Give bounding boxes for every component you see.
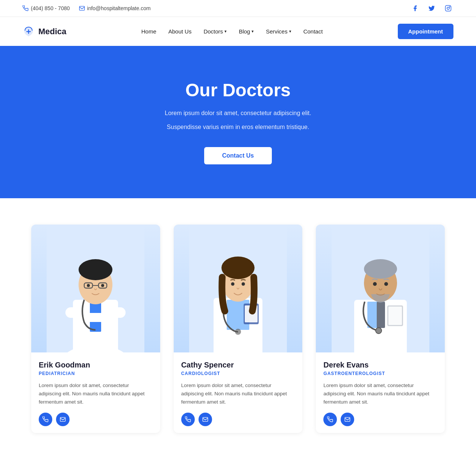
svg-point-24 — [235, 329, 241, 335]
doctor-phone-button-1[interactable] — [39, 413, 52, 426]
doctor-card-info-2: Cathy Spencer CARDIOLOGIST Lorem ipsum d… — [174, 352, 303, 433]
svg-rect-41 — [345, 418, 350, 422]
svg-point-36 — [376, 328, 382, 334]
svg-point-3 — [449, 6, 450, 7]
doctor-figure-2 — [189, 225, 287, 352]
phone-icon — [327, 416, 333, 422]
svg-point-28 — [241, 282, 245, 286]
doctor-card-1: Erik Goodman PEDIATRICIAN Lorem ipsum do… — [31, 225, 160, 433]
nav-contact[interactable]: Contact — [303, 28, 323, 35]
topbar: (404) 850 - 7080 info@hospitaltemplate.c… — [0, 0, 476, 17]
svg-rect-1 — [446, 6, 451, 11]
nav-blog[interactable]: Blog ▾ — [239, 28, 254, 35]
doctor-actions-1 — [39, 413, 153, 426]
svg-point-38 — [364, 259, 397, 279]
svg-point-12 — [79, 259, 112, 280]
mail-icon — [60, 416, 66, 422]
chevron-down-icon: ▾ — [252, 29, 254, 34]
svg-rect-0 — [79, 6, 84, 11]
topbar-left: (404) 850 - 7080 info@hospitaltemplate.c… — [23, 5, 151, 11]
hero-subtitle-2: Suspendisse varius enim in eros elementu… — [23, 122, 453, 132]
phone-icon — [185, 416, 191, 422]
twitter-icon[interactable] — [426, 3, 437, 14]
doctor-email-button-1[interactable] — [56, 413, 70, 426]
logo[interactable]: Medica — [23, 26, 67, 38]
doctor-name-2: Cathy Spencer — [181, 361, 295, 369]
nav-links: Home About Us Doctors ▾ Blog ▾ Services … — [141, 28, 323, 35]
doctors-grid: Erik Goodman PEDIATRICIAN Lorem ipsum do… — [31, 225, 445, 433]
email-item: info@hospitaltemplate.com — [79, 5, 151, 11]
mail-icon — [202, 416, 208, 422]
hero-subtitle-1: Lorem ipsum dolor sit amet, consectetur … — [23, 108, 453, 118]
doctor-photo-1 — [31, 225, 160, 352]
contact-us-button[interactable]: Contact Us — [204, 147, 272, 164]
nav-services[interactable]: Services ▾ — [266, 28, 291, 35]
doctor-card-info-1: Erik Goodman PEDIATRICIAN Lorem ipsum do… — [31, 352, 160, 433]
svg-rect-18 — [60, 418, 65, 422]
svg-point-27 — [231, 282, 234, 286]
hero-title: Our Doctors — [23, 80, 453, 100]
svg-rect-29 — [203, 418, 208, 422]
doctor-desc-3: Lorem ipsum dolor sit amet, consectetur … — [323, 381, 437, 406]
svg-point-16 — [87, 284, 90, 287]
logo-text: Medica — [38, 27, 67, 36]
doctor-specialty-1: PEDIATRICIAN — [39, 371, 153, 376]
nav-home[interactable]: Home — [141, 28, 156, 35]
doctor-figure-3 — [332, 225, 429, 352]
doctor-email-button-3[interactable] — [341, 413, 354, 426]
instagram-icon[interactable] — [443, 3, 453, 14]
svg-rect-35 — [388, 307, 402, 325]
svg-rect-33 — [377, 302, 385, 328]
doctors-section: Erik Goodman PEDIATRICIAN Lorem ipsum do… — [0, 198, 476, 454]
navbar: Medica Home About Us Doctors ▾ Blog ▾ Se… — [0, 17, 476, 46]
doctor-card-3: Derek Evans GASTROENTEROLOGIST Lorem ips… — [316, 225, 445, 433]
doctor-actions-2 — [181, 413, 295, 426]
doctor-desc-1: Lorem ipsum dolor sit amet, consectetur … — [39, 381, 153, 406]
hero-section: Our Doctors Lorem ipsum dolor sit amet, … — [0, 46, 476, 198]
doctor-card-2: Cathy Spencer CARDIOLOGIST Lorem ipsum d… — [174, 225, 303, 433]
doctor-photo-2 — [174, 225, 303, 352]
svg-point-2 — [447, 7, 449, 9]
doctor-specialty-3: GASTROENTEROLOGIST — [323, 371, 437, 376]
svg-point-40 — [384, 282, 388, 286]
phone-number: (404) 850 - 7080 — [31, 5, 70, 11]
phone-icon — [42, 416, 49, 422]
svg-rect-10 — [73, 313, 118, 322]
svg-point-26 — [221, 257, 255, 279]
doctor-name-1: Erik Goodman — [39, 361, 153, 369]
facebook-icon[interactable] — [410, 3, 420, 14]
doctor-name-3: Derek Evans — [323, 361, 437, 369]
doctor-phone-button-2[interactable] — [181, 413, 195, 426]
doctor-phone-button-3[interactable] — [323, 413, 337, 426]
email-address: info@hospitaltemplate.com — [87, 5, 151, 11]
phone-icon — [23, 5, 29, 11]
doctor-email-button-2[interactable] — [199, 413, 212, 426]
mail-icon — [344, 416, 350, 422]
doctor-actions-3 — [323, 413, 437, 426]
doctor-specialty-2: CARDIOLOGIST — [181, 371, 295, 376]
topbar-social — [410, 3, 453, 14]
appointment-button[interactable]: Appointment — [398, 24, 453, 39]
logo-icon — [23, 26, 35, 38]
doctor-desc-2: Lorem ipsum dolor sit amet, consectetur … — [181, 381, 295, 406]
nav-about[interactable]: About Us — [168, 28, 192, 35]
chevron-down-icon: ▾ — [224, 29, 227, 34]
chevron-down-icon: ▾ — [289, 29, 291, 34]
svg-point-39 — [373, 282, 377, 286]
mail-icon — [79, 5, 85, 11]
doctor-figure-1 — [47, 225, 144, 352]
svg-point-17 — [101, 284, 104, 287]
doctor-photo-3 — [316, 225, 445, 352]
doctor-card-info-3: Derek Evans GASTROENTEROLOGIST Lorem ips… — [316, 352, 445, 433]
phone-item: (404) 850 - 7080 — [23, 5, 70, 11]
nav-doctors[interactable]: Doctors ▾ — [203, 28, 227, 35]
